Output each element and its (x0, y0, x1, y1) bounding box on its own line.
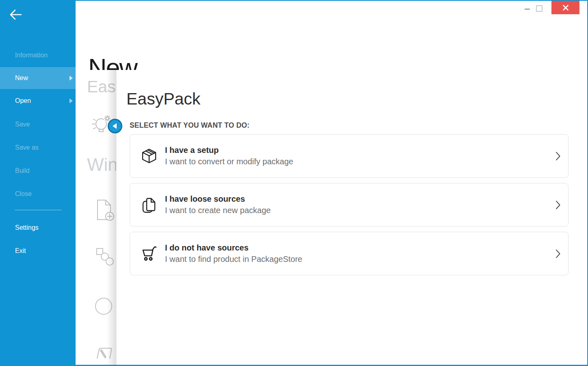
minimize-button[interactable] (525, 9, 530, 10)
sidebar-item-settings[interactable]: Settings (0, 217, 76, 238)
card-title: I have a setup (165, 145, 293, 156)
app-window: Information New Open Save Save as Build … (0, 0, 588, 366)
card-text: I have loose sources I want to create ne… (165, 194, 271, 216)
sidebar-item-label: Build (15, 167, 30, 174)
arrow-left-triangle-icon (113, 123, 117, 129)
chevron-right-icon (555, 248, 561, 259)
panel-edge-shadow (106, 70, 116, 365)
collapse-panel-button[interactable] (108, 119, 122, 133)
card-text: I have a setup I want to convert or modi… (165, 145, 293, 168)
sidebar-item-information[interactable]: Information (0, 45, 76, 66)
card-title: I have loose sources (165, 194, 271, 205)
close-button[interactable] (551, 1, 579, 14)
chevron-right-icon (555, 200, 561, 210)
option-cards: I have a setup I want to convert or modi… (130, 134, 568, 281)
sidebar-item-label: Settings (15, 224, 39, 231)
sidebar-item-save[interactable]: Save (0, 114, 76, 135)
sidebar-item-close[interactable]: Close (0, 183, 76, 205)
shopping-cart-icon (140, 245, 158, 263)
sidebar-item-label: Close (15, 190, 32, 198)
sidebar-item-label: Save (15, 121, 30, 128)
option-card-loose-sources[interactable]: I have loose sources I want to create ne… (130, 183, 568, 227)
sidebar-item-label: Open (15, 97, 31, 105)
sidebar-item-label: Save as (15, 144, 39, 151)
option-card-no-sources[interactable]: I do not have sources I want to find pro… (130, 232, 568, 275)
card-subtitle: I want to convert or modify package (165, 156, 293, 168)
sidebar-item-save-as[interactable]: Save as (0, 137, 76, 158)
panel-title: EasyPack (126, 89, 200, 109)
close-icon (562, 4, 569, 11)
sidebar-item-label: New (15, 74, 28, 82)
package-box-icon (140, 147, 158, 165)
maximize-button[interactable] (536, 5, 542, 12)
documents-icon (140, 196, 158, 214)
submenu-arrow-icon (69, 98, 73, 103)
sidebar-item-label: Exit (15, 247, 26, 255)
easypack-panel: EasyPack SELECT WHAT YOU WANT TO DO: I h… (116, 70, 587, 365)
sidebar-divider (15, 210, 62, 210)
option-card-have-setup[interactable]: I have a setup I want to convert or modi… (130, 134, 568, 178)
card-subtitle: I want to create new package (165, 205, 271, 216)
card-subtitle: I want to find product in PackageStore (165, 253, 302, 265)
arrow-left-icon (7, 7, 24, 23)
submenu-arrow-icon (69, 76, 73, 81)
back-button[interactable] (7, 7, 24, 23)
section-heading: SELECT WHAT YOU WANT TO DO: (130, 121, 250, 130)
sidebar: Information New Open Save Save as Build … (0, 0, 76, 366)
sidebar-item-exit[interactable]: Exit (0, 240, 76, 261)
sidebar-item-label: Information (15, 52, 48, 59)
sidebar-item-new[interactable]: New (0, 67, 76, 89)
sidebar-item-open[interactable]: Open (0, 90, 76, 111)
chevron-right-icon (555, 151, 561, 161)
card-title: I do not have sources (165, 242, 302, 253)
card-text: I do not have sources I want to find pro… (165, 242, 302, 265)
background-page: Easy Win (76, 70, 116, 365)
sidebar-item-build[interactable]: Build (0, 160, 76, 181)
